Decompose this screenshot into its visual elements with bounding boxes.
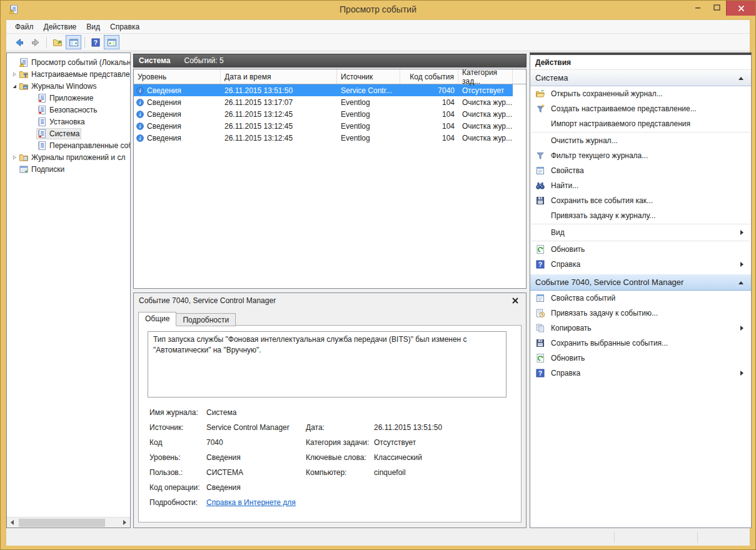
action-save-selected-events[interactable]: Сохранить выбранные события... (530, 336, 751, 351)
tree-item-custom-views[interactable]: Настраиваемые представле (7, 68, 130, 80)
column-datetime[interactable]: Дата и время (221, 69, 337, 84)
scroll-left-arrow-icon[interactable] (7, 518, 18, 528)
action-clear-log[interactable]: Очистить журнал... (530, 133, 751, 148)
toolbar-separator (46, 37, 47, 48)
menu-file[interactable]: Файл (10, 21, 39, 33)
action-refresh-event[interactable]: Обновить (530, 351, 751, 366)
expander-collapsed-icon[interactable] (10, 154, 18, 161)
column-level[interactable]: Уровень (134, 69, 221, 84)
action-copy[interactable]: Копировать (530, 321, 751, 336)
menu-help[interactable]: Справка (105, 21, 144, 33)
event-fields: Имя журнала: Система Источник: Service C… (139, 406, 521, 511)
submenu-arrow-icon (740, 326, 743, 331)
event-message[interactable]: Тип запуска службы "Фоновая интеллектуал… (148, 331, 507, 398)
tree-item-windows-logs[interactable]: Журналы Windows (7, 80, 130, 92)
menu-bar: Файл Действие Вид Справка (6, 20, 750, 34)
action-create-custom-view[interactable]: Создать настраиваемое представление... (530, 101, 751, 116)
submenu-arrow-icon (740, 371, 743, 376)
online-help-link[interactable]: Справка в Интернете для (206, 498, 296, 507)
tree-item-forwarded-events[interactable]: Перенаправленные соб (7, 139, 130, 151)
minimize-button[interactable] (688, 1, 707, 14)
action-filter-current-log[interactable]: Фильтр текущего журнала... (530, 148, 751, 163)
actions-title: Действия (530, 55, 751, 70)
action-find[interactable]: Найти... (530, 178, 751, 193)
detail-title: Событие 7040, Service Control Manager (139, 296, 511, 305)
collapse-arrow-icon[interactable] (738, 77, 743, 80)
workspace: Просмотр событий (Локальнь Настраиваемые… (6, 52, 750, 528)
action-open-saved-log[interactable]: Открыть сохраненный журнал... (530, 86, 751, 101)
action-save-all-events[interactable]: Сохранить все события как... (530, 193, 751, 208)
expander-expanded-icon[interactable] (10, 82, 18, 90)
expander-collapsed-icon[interactable] (10, 71, 18, 78)
refresh-icon (535, 353, 545, 363)
back-button[interactable] (11, 35, 27, 49)
tree-item-root[interactable]: Просмотр событий (Локальнь (7, 56, 130, 68)
column-category[interactable]: Категория зад... (458, 69, 513, 84)
field-label: Пользов.: (149, 468, 183, 477)
log-icon (37, 93, 47, 103)
tab-details[interactable]: Подробности (176, 313, 236, 326)
menu-view[interactable]: Вид (81, 21, 105, 33)
detail-close-button[interactable] (511, 296, 520, 305)
table-row[interactable]: Сведения 26.11.2015 13:17:07 Eventlog 10… (134, 96, 513, 108)
event-detail-pane: Событие 7040, Service Control Manager Об… (133, 292, 527, 528)
collapse-arrow-icon[interactable] (738, 281, 743, 284)
help-icon (535, 259, 545, 269)
action-import-custom-view[interactable]: Импорт настраиваемого представления (530, 116, 751, 131)
log-caption-title: Система (139, 56, 171, 65)
action-help[interactable]: Справка (530, 257, 751, 272)
maximize-button[interactable] (707, 1, 726, 14)
tab-general[interactable]: Общие (138, 312, 176, 326)
maximize-icon (713, 4, 720, 11)
tree-horizontal-scrollbar[interactable] (7, 517, 130, 528)
action-view[interactable]: Вид (530, 225, 751, 240)
create-view-filter-icon (535, 104, 545, 114)
actions-section-system-header[interactable]: Система (530, 70, 751, 86)
action-event-properties[interactable]: Свойства событий (530, 291, 751, 306)
tree-item-subscriptions[interactable]: Подписки (7, 163, 130, 175)
scrollbar-thumb[interactable] (19, 519, 105, 527)
save-icon (535, 338, 545, 348)
close-button[interactable] (726, 1, 755, 16)
forward-arrow-icon (31, 38, 41, 48)
tree-item-system[interactable]: Система (7, 128, 130, 139)
action-help-event[interactable]: Справка (530, 366, 751, 381)
window-content: Файл Действие Вид Справка Просмотр собы (6, 19, 750, 544)
actions-section-event-header[interactable]: Событие 7040, Service Control Manager (530, 274, 751, 291)
scroll-right-arrow-icon[interactable] (119, 518, 130, 528)
tree-item-application[interactable]: Приложение (7, 92, 130, 104)
table-row[interactable]: Сведения 26.11.2015 13:51:50 Service Con… (134, 84, 513, 96)
status-separator (614, 532, 615, 543)
action-attach-task-to-log[interactable]: Привязать задачу к журналу... (530, 208, 751, 223)
table-row[interactable]: Сведения 26.11.2015 13:12:45 Eventlog 10… (134, 108, 513, 120)
copy-icon (535, 323, 545, 333)
list-header: Уровень Дата и время Источник Код событи… (134, 69, 526, 84)
field-label: Источник: (149, 423, 184, 432)
action-properties[interactable]: Свойства (530, 163, 751, 178)
tree-item-app-services-logs[interactable]: Журналы приложений и сл (7, 151, 130, 163)
menu-action[interactable]: Действие (39, 21, 82, 33)
help-icon (91, 38, 101, 48)
export-log-button[interactable] (49, 35, 65, 49)
divider (532, 241, 750, 241)
log-plain-icon (37, 141, 47, 151)
field-value: cinquefoil (374, 468, 406, 477)
tree-item-setup[interactable]: Установка (7, 116, 130, 128)
tree-item-security[interactable]: Безопасность (7, 104, 130, 116)
table-row[interactable]: Сведения 26.11.2015 13:12:45 Eventlog 10… (134, 132, 513, 144)
event-viewer-icon (19, 58, 29, 68)
status-bar (6, 529, 750, 546)
column-source[interactable]: Источник (337, 69, 400, 84)
forward-button[interactable] (28, 35, 43, 49)
table-row[interactable]: Сведения 26.11.2015 13:12:45 Eventlog 10… (134, 120, 513, 132)
info-icon (136, 110, 147, 119)
action-attach-task-to-event[interactable]: Привязать задачу к событию... (530, 306, 751, 321)
action-refresh[interactable]: Обновить (530, 242, 751, 257)
field-label: Подробности: (149, 498, 198, 507)
toggle-action-pane-button[interactable] (104, 35, 119, 49)
toggle-console-tree-button[interactable] (66, 35, 81, 49)
help-button[interactable] (88, 35, 103, 49)
column-event-id[interactable]: Код события (400, 69, 458, 84)
field-value: Отсутствует (374, 438, 416, 447)
divider (532, 224, 750, 224)
